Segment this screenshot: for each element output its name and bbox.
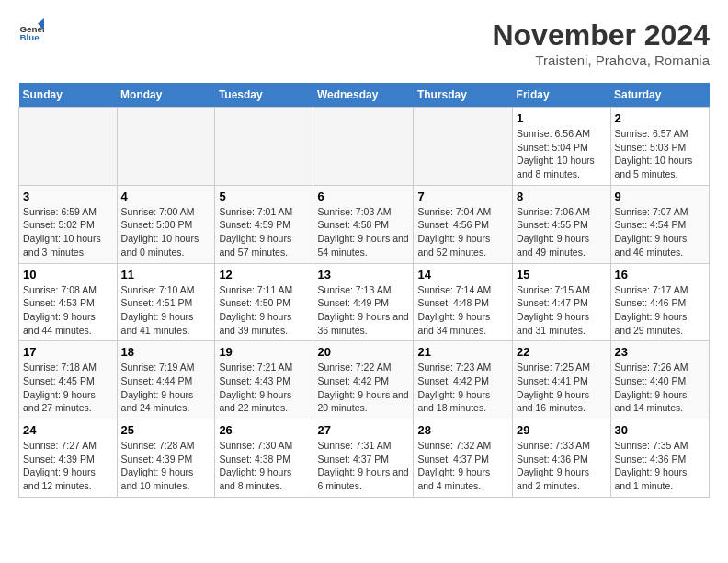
day-number: 9 [615,190,705,203]
day-info: Sunrise: 7:22 AM Sunset: 4:42 PM Dayligh… [317,361,409,415]
calendar-day-cell: 14Sunrise: 7:14 AM Sunset: 4:48 PM Dayli… [414,263,513,341]
day-number: 21 [417,345,508,359]
calendar-day-cell [117,108,215,186]
calendar-day-cell: 25Sunrise: 7:28 AM Sunset: 4:39 PM Dayli… [117,419,215,498]
calendar-table: SundayMondayTuesdayWednesdayThursdayFrid… [18,83,710,498]
day-info: Sunrise: 7:27 AM Sunset: 4:39 PM Dayligh… [23,439,113,493]
day-number: 23 [615,345,705,359]
day-info: Sunrise: 7:03 AM Sunset: 4:58 PM Dayligh… [317,205,409,259]
calendar-day-cell [215,108,313,186]
logo: General Blue [18,18,44,44]
calendar-day-cell: 2Sunrise: 6:57 AM Sunset: 5:03 PM Daylig… [610,108,709,186]
calendar-day-cell: 29Sunrise: 7:33 AM Sunset: 4:36 PM Dayli… [513,419,610,498]
calendar-day-cell: 26Sunrise: 7:30 AM Sunset: 4:38 PM Dayli… [215,419,313,498]
calendar-day-cell: 18Sunrise: 7:19 AM Sunset: 4:44 PM Dayli… [117,341,215,419]
logo-icon: General Blue [18,18,44,44]
day-info: Sunrise: 7:07 AM Sunset: 4:54 PM Dayligh… [615,205,705,259]
day-info: Sunrise: 6:57 AM Sunset: 5:03 PM Dayligh… [615,127,705,181]
svg-text:Blue: Blue [19,32,40,42]
day-info: Sunrise: 7:10 AM Sunset: 4:51 PM Dayligh… [121,283,211,338]
day-info: Sunrise: 7:17 AM Sunset: 4:46 PM Dayligh… [615,283,705,338]
day-number: 24 [23,423,113,437]
calendar-day-cell: 15Sunrise: 7:15 AM Sunset: 4:47 PM Dayli… [513,263,610,341]
day-of-week-header: Saturday [610,83,709,108]
calendar-day-cell: 11Sunrise: 7:10 AM Sunset: 4:51 PM Dayli… [117,263,215,341]
calendar-day-cell: 21Sunrise: 7:23 AM Sunset: 4:42 PM Dayli… [414,341,513,419]
calendar-day-cell: 16Sunrise: 7:17 AM Sunset: 4:46 PM Dayli… [610,263,709,341]
calendar-day-cell: 1Sunrise: 6:56 AM Sunset: 5:04 PM Daylig… [513,108,610,186]
calendar-day-cell: 22Sunrise: 7:25 AM Sunset: 4:41 PM Dayli… [513,341,610,419]
day-number: 29 [517,423,606,437]
day-number: 20 [317,345,409,359]
day-number: 4 [121,190,211,203]
day-info: Sunrise: 7:11 AM Sunset: 4:50 PM Dayligh… [219,283,309,338]
day-number: 16 [615,268,705,282]
calendar-day-cell: 27Sunrise: 7:31 AM Sunset: 4:37 PM Dayli… [313,419,414,498]
day-number: 2 [615,111,705,125]
day-info: Sunrise: 7:21 AM Sunset: 4:43 PM Dayligh… [219,361,309,415]
day-info: Sunrise: 7:26 AM Sunset: 4:40 PM Dayligh… [615,361,705,415]
calendar-day-cell: 30Sunrise: 7:35 AM Sunset: 4:36 PM Dayli… [610,419,709,498]
day-number: 3 [23,190,113,203]
calendar-day-cell: 6Sunrise: 7:03 AM Sunset: 4:58 PM Daylig… [313,185,414,263]
day-number: 14 [417,268,508,282]
day-info: Sunrise: 7:19 AM Sunset: 4:44 PM Dayligh… [121,361,211,415]
day-number: 12 [219,268,309,282]
day-number: 10 [23,268,113,282]
calendar-day-cell: 5Sunrise: 7:01 AM Sunset: 4:59 PM Daylig… [215,185,313,263]
calendar-day-cell: 28Sunrise: 7:32 AM Sunset: 4:37 PM Dayli… [414,419,513,498]
calendar-day-cell: 8Sunrise: 7:06 AM Sunset: 4:55 PM Daylig… [513,185,610,263]
day-info: Sunrise: 6:56 AM Sunset: 5:04 PM Dayligh… [517,127,606,181]
day-info: Sunrise: 7:32 AM Sunset: 4:37 PM Dayligh… [417,439,508,493]
day-info: Sunrise: 7:33 AM Sunset: 4:36 PM Dayligh… [517,439,606,493]
calendar-day-cell [313,108,414,186]
day-of-week-header: Tuesday [215,83,313,108]
calendar-header-row: SundayMondayTuesdayWednesdayThursdayFrid… [19,83,710,108]
day-number: 15 [517,268,606,282]
day-of-week-header: Sunday [19,83,118,108]
day-number: 5 [219,190,309,203]
day-info: Sunrise: 7:00 AM Sunset: 5:00 PM Dayligh… [121,205,211,259]
day-of-week-header: Wednesday [313,83,414,108]
calendar-day-cell: 7Sunrise: 7:04 AM Sunset: 4:56 PM Daylig… [414,185,513,263]
day-number: 28 [417,423,508,437]
calendar-day-cell [19,108,118,186]
calendar-day-cell: 9Sunrise: 7:07 AM Sunset: 4:54 PM Daylig… [610,185,709,263]
day-of-week-header: Thursday [414,83,513,108]
day-number: 7 [417,190,508,203]
calendar-day-cell: 23Sunrise: 7:26 AM Sunset: 4:40 PM Dayli… [610,341,709,419]
calendar-day-cell: 13Sunrise: 7:13 AM Sunset: 4:49 PM Dayli… [313,263,414,341]
day-number: 1 [517,111,606,125]
day-info: Sunrise: 7:28 AM Sunset: 4:39 PM Dayligh… [121,439,211,493]
day-number: 17 [23,345,113,359]
day-number: 19 [219,345,309,359]
calendar-day-cell [414,108,513,186]
day-info: Sunrise: 7:23 AM Sunset: 4:42 PM Dayligh… [417,361,508,415]
day-number: 25 [121,423,211,437]
day-number: 8 [517,190,606,203]
calendar-day-cell: 3Sunrise: 6:59 AM Sunset: 5:02 PM Daylig… [19,185,118,263]
day-of-week-header: Monday [117,83,215,108]
day-number: 27 [317,423,409,437]
day-info: Sunrise: 7:35 AM Sunset: 4:36 PM Dayligh… [615,439,705,493]
day-number: 11 [121,268,211,282]
day-info: Sunrise: 7:18 AM Sunset: 4:45 PM Dayligh… [23,361,113,415]
calendar-week-row: 10Sunrise: 7:08 AM Sunset: 4:53 PM Dayli… [19,263,710,341]
day-info: Sunrise: 7:31 AM Sunset: 4:37 PM Dayligh… [317,439,409,493]
day-number: 18 [121,345,211,359]
day-info: Sunrise: 7:30 AM Sunset: 4:38 PM Dayligh… [219,439,309,493]
calendar-day-cell: 19Sunrise: 7:21 AM Sunset: 4:43 PM Dayli… [215,341,313,419]
month-title: November 2024 [492,18,710,52]
day-info: Sunrise: 6:59 AM Sunset: 5:02 PM Dayligh… [23,205,113,259]
day-number: 13 [317,268,409,282]
calendar-day-cell: 24Sunrise: 7:27 AM Sunset: 4:39 PM Dayli… [19,419,118,498]
subtitle: Traisteni, Prahova, Romania [492,52,710,68]
day-number: 22 [517,345,606,359]
day-info: Sunrise: 7:15 AM Sunset: 4:47 PM Dayligh… [517,283,606,338]
calendar-day-cell: 20Sunrise: 7:22 AM Sunset: 4:42 PM Dayli… [313,341,414,419]
day-info: Sunrise: 7:13 AM Sunset: 4:49 PM Dayligh… [317,283,409,338]
day-of-week-header: Friday [513,83,610,108]
day-info: Sunrise: 7:08 AM Sunset: 4:53 PM Dayligh… [23,283,113,338]
calendar-week-row: 1Sunrise: 6:56 AM Sunset: 5:04 PM Daylig… [19,108,710,186]
calendar-day-cell: 10Sunrise: 7:08 AM Sunset: 4:53 PM Dayli… [19,263,118,341]
